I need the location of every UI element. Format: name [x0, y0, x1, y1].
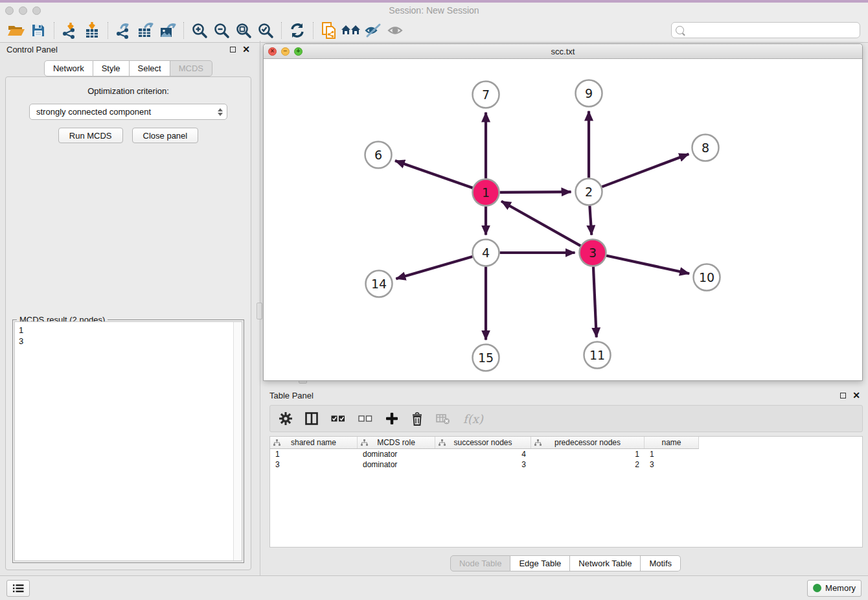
select-all-icon	[331, 414, 345, 423]
table-row[interactable]: 1dominator411	[270, 449, 862, 459]
graph-edge-3-10[interactable]	[606, 256, 689, 274]
table-panel: Table Panel ✕	[263, 387, 868, 575]
graph-node-9[interactable]: 9	[576, 80, 602, 107]
graph-node-7[interactable]: 7	[473, 82, 499, 108]
column-header-shared-name[interactable]: shared name	[270, 437, 358, 448]
gear-icon	[279, 412, 292, 425]
add-column-button[interactable]	[385, 412, 398, 425]
toolbar-separator	[313, 22, 314, 39]
column-header-MCDS-role[interactable]: MCDS role	[358, 437, 435, 448]
table-cell[interactable]: 2	[531, 459, 645, 470]
unselect-all-button[interactable]	[358, 414, 372, 423]
table-cell[interactable]: 3	[645, 459, 699, 470]
float-panel-icon[interactable]	[230, 47, 236, 52]
graph-edge-2-3[interactable]	[589, 205, 591, 235]
zoom-selected-button[interactable]	[255, 21, 277, 40]
search-field[interactable]	[671, 22, 860, 38]
zoom-out-button[interactable]	[211, 21, 233, 40]
graph-edge-3-1[interactable]	[501, 202, 580, 246]
first-neighbors-button[interactable]	[340, 21, 362, 40]
open-file-button[interactable]	[5, 21, 27, 40]
table-options-button[interactable]	[279, 412, 292, 425]
splitter-handle[interactable]	[257, 303, 262, 319]
export-table-button[interactable]	[135, 21, 157, 40]
graph-edge-1-2[interactable]	[499, 192, 571, 192]
show-all-button[interactable]	[384, 21, 406, 40]
toolbar-separator	[183, 22, 184, 39]
table-cell[interactable]: 3	[435, 459, 531, 470]
graph-node-15[interactable]: 15	[473, 345, 499, 371]
column-header-name[interactable]: name	[645, 437, 699, 448]
refresh-layout-button[interactable]	[286, 21, 308, 40]
close-table-panel-icon[interactable]: ✕	[852, 391, 860, 400]
export-network-button[interactable]	[113, 21, 135, 40]
column-header-successor-nodes[interactable]: successor nodes	[435, 437, 531, 448]
save-session-button[interactable]	[27, 21, 49, 40]
tab-network-table[interactable]: Network Table	[570, 555, 641, 571]
graph-node-10[interactable]: 10	[694, 264, 720, 291]
close-panel-button[interactable]: Close panel	[132, 128, 199, 143]
import-network-button[interactable]	[59, 21, 81, 40]
tab-edge-table[interactable]: Edge Table	[510, 555, 570, 571]
graph-edge-1-6[interactable]	[395, 161, 473, 188]
zoom-in-icon	[191, 22, 208, 39]
node-table[interactable]: shared nameMCDS rolesuccessor nodesprede…	[269, 436, 863, 548]
import-table-icon	[84, 22, 100, 39]
graph-node-1[interactable]: 1	[473, 179, 499, 206]
delete-column-button[interactable]	[411, 412, 423, 426]
select-all-button[interactable]	[331, 414, 345, 423]
clone-network-button[interactable]	[318, 21, 340, 40]
mcds-result-item[interactable]: 3	[19, 336, 242, 347]
table-cell[interactable]: 1	[270, 449, 358, 459]
tab-node-table[interactable]: Node Table	[450, 555, 511, 571]
task-history-button[interactable]	[6, 580, 30, 597]
table-cell[interactable]: 1	[531, 449, 645, 459]
graph-edge-4-14[interactable]	[396, 257, 472, 279]
table-cell[interactable]: dominator	[358, 449, 435, 459]
float-table-panel-icon[interactable]	[840, 393, 846, 398]
mcds-result-list[interactable]: 13	[14, 321, 242, 561]
memory-status-icon	[813, 584, 821, 592]
run-mcds-button[interactable]: Run MCDS	[58, 128, 123, 143]
column-type-icon	[273, 439, 280, 446]
graph-node-label: 3	[589, 246, 597, 260]
column-header-label: predecessor nodes	[554, 438, 621, 447]
tab-select[interactable]: Select	[130, 60, 170, 76]
graph-node-3[interactable]: 3	[580, 240, 606, 266]
export-image-button[interactable]	[157, 21, 179, 40]
table-cell[interactable]: 3	[270, 459, 358, 470]
search-input[interactable]	[687, 25, 856, 35]
tab-motifs[interactable]: Motifs	[641, 555, 681, 571]
result-scrollbar[interactable]	[233, 322, 242, 560]
import-table-button[interactable]	[81, 21, 103, 40]
network-canvas[interactable]: 7968124314101511	[264, 59, 862, 380]
network-view-title: scc.txt	[264, 47, 862, 56]
tab-style[interactable]: Style	[93, 60, 130, 76]
show-columns-button[interactable]	[305, 412, 318, 425]
mcds-result-item[interactable]: 1	[19, 325, 242, 336]
graph-node-4[interactable]: 4	[473, 240, 499, 266]
graph-node-11[interactable]: 11	[584, 342, 611, 369]
memory-button[interactable]: Memory	[807, 580, 862, 597]
tab-network[interactable]: Network	[44, 60, 93, 76]
close-panel-icon[interactable]: ✕	[242, 45, 250, 54]
network-window-titlebar[interactable]: × − + scc.txt	[264, 44, 862, 59]
zoom-fit-button[interactable]	[233, 21, 255, 40]
table-row[interactable]: 3dominator323	[270, 459, 862, 470]
delete-table-button	[436, 412, 450, 425]
graph-edge-3-11[interactable]	[593, 266, 597, 337]
graph-node-8[interactable]: 8	[692, 135, 719, 161]
graph-node-14[interactable]: 14	[366, 271, 393, 297]
export-image-icon	[159, 22, 177, 39]
hide-selected-button[interactable]	[362, 21, 384, 40]
graph-node-2[interactable]: 2	[576, 179, 602, 205]
graph-edge-2-8[interactable]	[602, 154, 689, 187]
table-cell[interactable]: 1	[645, 449, 699, 459]
graph-node-6[interactable]: 6	[365, 142, 392, 168]
table-cell[interactable]: 4	[435, 449, 531, 459]
column-header-predecessor-nodes[interactable]: predecessor nodes	[531, 437, 645, 448]
tab-mcds[interactable]: MCDS	[170, 60, 212, 76]
zoom-in-button[interactable]	[188, 21, 211, 40]
table-cell[interactable]: dominator	[358, 459, 435, 470]
criterion-select[interactable]: strongly connected component	[29, 104, 227, 120]
